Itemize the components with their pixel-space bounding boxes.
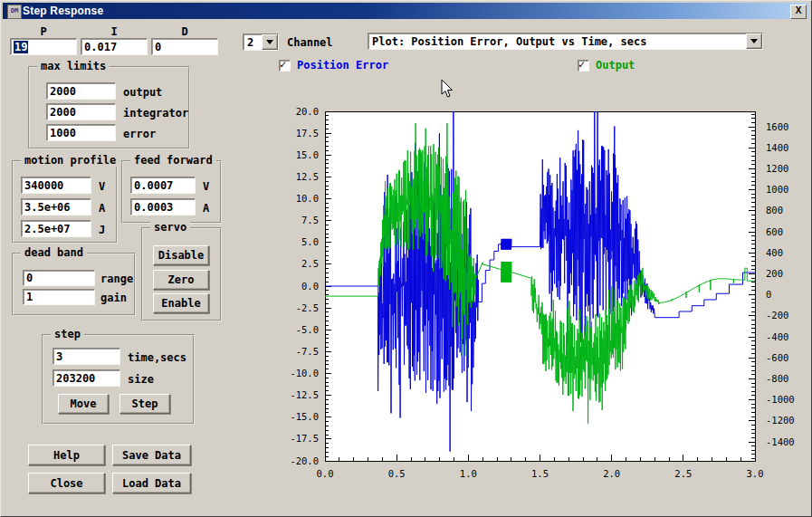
chevron-down-icon [750,39,758,43]
deadband-range-label: range [100,273,133,285]
titlebar-close-button[interactable]: X [790,5,807,19]
deadband-gain-label: gain [100,292,127,304]
max-error-label: error [123,128,156,140]
ff-v-label: V [203,180,209,193]
deadband-gain-input[interactable] [23,289,95,305]
pid-d-label: D [151,25,218,38]
channel-select[interactable]: 2 [243,34,279,51]
y-left-tick-label: -7.5 [296,346,319,357]
output-checkbox-label: Output [596,59,635,72]
y-left-tick-label: -20.0 [290,455,319,466]
ff-a-label: A [203,202,209,215]
move-button[interactable]: Move [58,394,109,414]
y-left-tick-label: 10.0 [296,193,319,204]
plot-select[interactable]: Plot: Position Error, Output vs Time, se… [368,33,763,50]
group-feed-forward-title: feed forward [130,154,216,167]
servo-enable-button[interactable]: Enable [153,293,209,313]
y-right-tick-label: 1400 [766,142,788,153]
help-button[interactable]: Help [28,445,105,465]
pid-p-label: P [10,25,77,38]
group-feed-forward: feed forward V A [121,160,222,224]
step-response-chart: 20.017.515.012.510.07.55.02.50.0-2.5-5.0… [271,104,812,493]
title-bar[interactable]: DM Step Response X [3,3,809,19]
step-time-input[interactable] [53,348,120,365]
y-left-tick-label: -5.0 [296,324,319,335]
y-right-tick-label: 400 [766,247,783,258]
x-tick-label: 0.0 [317,468,334,479]
y-right-tick-label: -800 [766,373,788,384]
step-button[interactable]: Step [119,394,170,414]
motion-a-label: A [99,202,105,215]
group-dead-band: dead band range gain [12,253,136,316]
group-motion-profile-title: motion profile [21,154,119,167]
pid-p-value-selected: 19 [14,41,28,53]
y-right-tick-label: 1000 [766,184,788,195]
x-tick-label: 1.0 [460,468,477,479]
deadband-range-input[interactable] [23,270,95,286]
max-error-input[interactable] [46,124,116,141]
channel-value: 2 [244,36,262,49]
plot-dropdown-button[interactable] [746,34,762,49]
max-output-label: output [123,86,162,99]
motion-j-label: J [99,224,105,236]
step-time-label: time,secs [128,351,186,364]
check-icon: ✓ [578,58,585,71]
pid-p-input[interactable]: 19 [10,38,77,55]
group-servo: servo Disable Zero Enable [141,227,222,321]
y-right-tick-label: 1200 [766,163,788,174]
y-right-tick-label: -1000 [766,394,795,405]
servo-disable-button[interactable]: Disable [153,245,209,265]
y-right-tick-label: -400 [766,331,788,342]
max-output-input[interactable] [46,82,116,100]
group-motion-profile: motion profile V A J [12,160,118,244]
y-left-tick-label: 2.5 [301,258,319,269]
position-error-checkbox[interactable]: ✓ [279,60,291,72]
step-size-input[interactable] [53,369,120,387]
step-response-dialog: DM Step Response X P I D 19 2 Channel Pl… [0,0,812,517]
x-tick-label: 2.0 [603,468,620,479]
y-left-tick-label: 20.0 [296,106,319,117]
y-left-tick-label: 5.0 [301,236,319,247]
pid-d-input[interactable] [151,38,218,55]
y-left-tick-label: -2.5 [296,302,319,313]
y-left-tick-label: 17.5 [296,128,319,139]
motion-j-input[interactable] [21,220,91,237]
max-integrator-label: integrator [123,107,188,120]
x-tick-label: 3.0 [747,468,764,479]
check-icon: ✓ [280,58,286,71]
load-data-button[interactable]: Load Data [112,473,191,493]
chevron-down-icon [266,40,273,44]
close-dialog-button[interactable]: Close [28,473,105,493]
group-max-limits: max limits output integrator error [28,66,190,149]
plot-select-value: Plot: Position Error, Output vs Time, se… [368,35,746,48]
channel-label: Channel [287,36,333,49]
y-right-tick-label: -600 [766,352,788,363]
group-max-limits-title: max limits [37,60,110,72]
motion-v-input[interactable] [21,177,91,194]
y-right-tick-label: -200 [766,310,788,321]
x-tick-label: 2.5 [674,468,692,479]
group-dead-band-title: dead band [21,246,87,259]
y-right-tick-label: 1600 [766,121,788,132]
motion-a-input[interactable] [21,198,91,215]
y-right-tick-label: -1400 [766,436,795,447]
y-left-tick-label: 0.0 [301,281,319,292]
ff-v-input[interactable] [130,177,196,194]
channel-dropdown-button[interactable] [262,34,278,50]
mouse-cursor-icon [441,79,455,99]
save-data-button[interactable]: Save Data [112,445,191,465]
output-checkbox[interactable]: ✓ [578,60,589,72]
y-left-tick-label: -15.0 [290,411,319,422]
y-right-tick-label: -1200 [766,415,795,426]
y-left-tick-label: 15.0 [296,149,319,160]
max-integrator-input[interactable] [46,103,116,120]
y-left-tick-label: 7.5 [301,215,319,225]
group-servo-title: servo [150,221,190,234]
motion-v-label: V [99,180,105,193]
y-right-tick-label: 600 [766,226,783,237]
position-error-checkbox-label: Position Error [297,59,388,72]
servo-zero-button[interactable]: Zero [153,270,209,290]
y-right-tick-label: 0 [766,289,771,300]
pid-i-input[interactable] [81,38,148,55]
ff-a-input[interactable] [130,198,196,215]
